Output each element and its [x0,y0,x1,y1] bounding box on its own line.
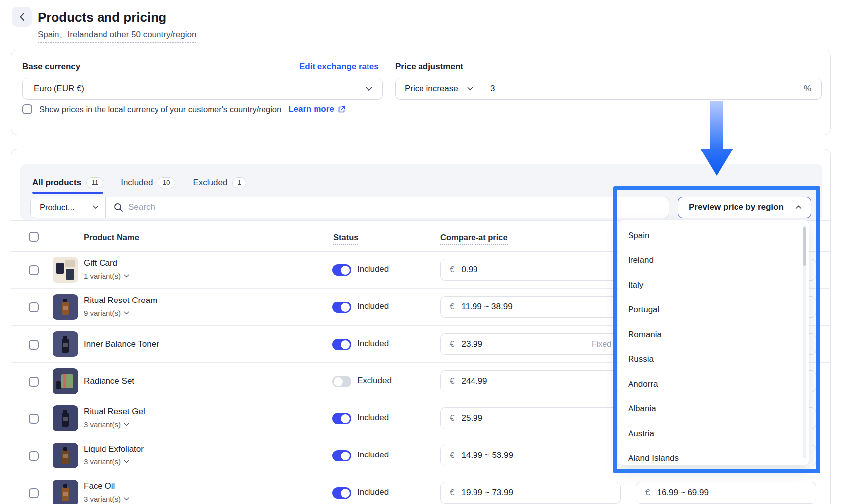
products-toolbar-panel: All products 11 Included 10 Excluded 1 P… [20,164,822,220]
region-option[interactable]: Italy [618,273,809,298]
price-adjustment-type-value: Price increase [405,84,467,94]
page-subtitle: Spain、Irelandand other 50 country/region [38,29,196,43]
currency-symbol: € [450,339,454,349]
status-label: Included [357,339,389,349]
scrollbar-thumb[interactable] [803,227,806,266]
compare-at-price-input[interactable]: € 19.99 ~ 73.99 [440,482,621,504]
row-checkbox[interactable] [29,340,39,350]
compare-at-price-input[interactable]: € 244.99 [440,370,621,392]
region-option[interactable]: Austria [618,421,809,446]
tab-included[interactable]: Included 10 [121,177,175,188]
status-toggle[interactable] [332,302,351,313]
compare-at-price-input[interactable]: € 11.99 ~ 38.99 [440,296,621,318]
variants-expander[interactable]: 3 variant(s) [84,495,129,503]
price-adjustment-control: Price increase % [395,78,822,100]
status-toggle[interactable] [332,487,351,499]
product-name: Face Oil [84,481,115,491]
settings-card: Base currency Edit exchange rates Price … [11,50,831,135]
region-option[interactable]: Ireland [618,248,809,273]
edit-exchange-rates-link[interactable]: Edit exchange rates [299,62,379,72]
compare-at-price-input[interactable]: € 25.99 [440,407,621,429]
region-option[interactable]: Spain [618,223,809,248]
product-row: Face Oil 3 variant(s) Included € 19.99 ~… [11,474,831,504]
compare-at-price-input[interactable]: € 0.99 [440,259,621,281]
filter-bar: Product... [30,197,669,218]
local-currency-checkbox[interactable] [22,104,32,114]
search-icon [114,203,123,212]
chevron-down-icon [467,87,473,91]
region-option[interactable]: Russia [618,347,809,372]
chevron-down-icon [93,205,99,209]
status-toggle[interactable] [332,413,351,424]
price-adjustment-value-input[interactable] [490,84,804,94]
status-toggle[interactable] [332,339,351,350]
base-currency-value: Euro (EUR €) [34,84,366,94]
compare-at-price-input[interactable]: € 14.99 ~ 53.99 [440,445,621,466]
status-label: Included [357,487,389,497]
currency-symbol: € [645,488,650,498]
row-checkbox[interactable] [29,451,39,461]
row-checkbox[interactable] [29,302,39,312]
preview-button-label: Preview price by region [689,202,795,212]
select-all-checkbox[interactable] [29,232,39,242]
product-name: Inner Balance Toner [84,339,159,349]
base-currency-label: Base currency [22,62,80,72]
variants-expander[interactable]: 1 variant(s) [84,272,129,280]
learn-more-link[interactable]: Learn more [288,104,345,114]
row-checkbox[interactable] [29,488,39,498]
row-checkbox[interactable] [29,265,39,275]
region-option[interactable]: Aland Islands [618,446,809,466]
currency-symbol: € [450,265,454,275]
local-currency-label: Show prices in the local currency of you… [39,105,281,114]
product-thumbnail [53,294,78,320]
price-adjustment-label: Price adjustment [395,62,463,72]
product-thumbnail [53,257,78,283]
product-name: Ritual Reset Gel [84,407,145,417]
search-input[interactable] [128,202,669,212]
chevron-left-icon [19,12,25,21]
status-toggle[interactable] [332,376,351,387]
column-header-compare-at-price: Compare-at price [440,233,508,245]
region-list: SpainIrelandItalyPortugalRomaniaRussiaAn… [618,223,809,466]
region-dropdown: SpainIrelandItalyPortugalRomaniaRussiaAn… [618,220,809,466]
currency-symbol: € [450,302,454,312]
product-thumbnail [53,331,78,357]
learn-more-label: Learn more [288,104,334,114]
column-header-status: Status [333,233,358,245]
status-toggle[interactable] [332,450,351,461]
page: Products and pricing Spain、Irelandand ot… [0,0,842,504]
tab-all-products[interactable]: All products 11 [32,177,103,188]
product-name: Radiance Set [84,376,134,386]
base-currency-select[interactable]: Euro (EUR €) [22,78,383,100]
variants-expander[interactable]: 9 variant(s) [84,309,129,317]
row-checkbox[interactable] [29,414,39,424]
status-label: Included [357,302,389,311]
status-label: Excluded [357,376,392,386]
compare-at-price-input[interactable]: € 23.99 Fixed [440,333,621,355]
back-button[interactable] [12,7,32,27]
status-label: Included [357,413,389,423]
region-option[interactable]: Portugal [618,298,809,322]
product-filter-select[interactable]: Product... [31,197,106,218]
status-label: Included [357,450,389,460]
tab-count-badge: 1 [232,177,246,188]
price-input[interactable]: € 16.99 ~ 69.99 [636,482,816,504]
row-checkbox[interactable] [29,377,39,387]
preview-price-by-region-button[interactable]: Preview price by region [678,197,811,218]
tab-excluded[interactable]: Excluded 1 [193,177,246,188]
variants-expander[interactable]: 3 variant(s) [84,457,129,466]
currency-symbol: € [450,451,454,460]
product-filter-value: Product... [40,203,93,212]
chevron-down-icon [366,87,372,91]
search-field [106,197,669,218]
variants-expander[interactable]: 3 variant(s) [84,420,129,429]
region-option[interactable]: Albania [618,397,809,421]
currency-symbol: € [450,413,454,423]
product-thumbnail [53,443,78,468]
region-option[interactable]: Andorra [618,372,809,397]
region-option[interactable]: Romania [618,322,809,347]
status-toggle[interactable] [332,264,351,276]
product-name: Gift Card [84,258,117,268]
price-adjustment-type-select[interactable]: Price increase [396,78,481,99]
product-name: Liquid Exfoliator [84,444,144,454]
